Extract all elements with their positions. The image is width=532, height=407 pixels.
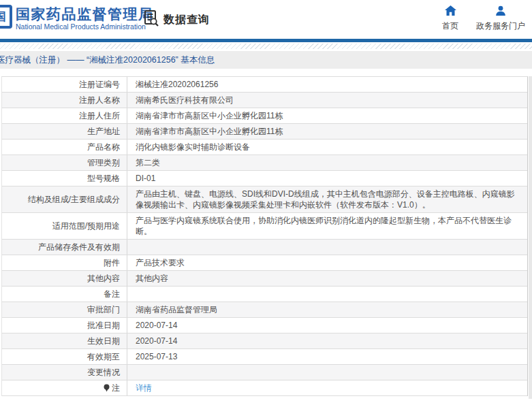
nmpa-logo-emblem: 国 bbox=[0, 5, 12, 29]
row-label-text: 生产地址 bbox=[87, 126, 120, 137]
row-value: 第二类 bbox=[127, 155, 527, 170]
row-value: DI-01 bbox=[127, 171, 527, 186]
row-label: 适用范围/预期用途 bbox=[2, 213, 127, 239]
row-value: 湖南希氏医疗科技有限公司 bbox=[127, 93, 527, 108]
header: 国 国家药品监督管理局 National Medical Products Ad… bbox=[0, 0, 532, 39]
row-label-text: 批准日期 bbox=[87, 320, 120, 331]
row-label: 注册人住所 bbox=[2, 108, 127, 123]
row-value: 其他内容 bbox=[127, 271, 527, 286]
table-row: 注册人名称湖南希氏医疗科技有限公司 bbox=[2, 93, 527, 108]
row-label: 注册证编号 bbox=[2, 77, 127, 92]
row-label: 注册人名称 bbox=[2, 93, 127, 108]
table-row: 有效期至2025-07-13 bbox=[2, 349, 527, 365]
row-label: 生效日期 bbox=[2, 333, 127, 348]
row-value: 产品与医学内窥镜系统联合使用，协助消化内镜医师识别消化道内的隆起型新生物，本产品… bbox=[127, 213, 527, 239]
row-value: 2020-07-14 bbox=[127, 318, 527, 333]
row-label: 结构及组成/主要组成成分 bbox=[2, 186, 127, 212]
table-row: 管理类别第二类 bbox=[2, 155, 527, 171]
right-edge-strip bbox=[529, 76, 532, 399]
row-label-text: 适用范围/预期用途 bbox=[52, 221, 120, 231]
row-label-text: 附件 bbox=[104, 257, 120, 268]
row-value bbox=[127, 287, 527, 302]
table-row: 审批部门湖南省药品监督管理局 bbox=[2, 302, 527, 318]
row-value: 湘械注准20202061256 bbox=[127, 77, 527, 92]
table-row: 结构及组成/主要组成成分产品由主机、键盘、电源线、SDI线和DVI-D线组成，其… bbox=[2, 186, 527, 213]
row-label: 注 bbox=[2, 380, 127, 395]
table-row: 生效日期2020-07-14 bbox=[2, 333, 527, 349]
row-label: 产品名称 bbox=[2, 140, 127, 154]
row-value bbox=[127, 365, 527, 380]
row-label: 变更情况 bbox=[2, 365, 127, 380]
row-label: 其他内容 bbox=[2, 271, 127, 286]
row-label: 审批部门 bbox=[2, 302, 127, 317]
table-row: 产品名称消化内镜影像实时辅助诊断设备 bbox=[2, 140, 527, 155]
nav-portal[interactable]: 政务服务门户 bbox=[473, 5, 528, 32]
org-name-english: National Medical Products Administration bbox=[16, 22, 146, 31]
detail-link[interactable]: 详情 bbox=[136, 382, 152, 393]
row-label-text: 有效期至 bbox=[87, 351, 120, 362]
note-icon bbox=[104, 384, 110, 392]
stripe-band bbox=[0, 44, 532, 49]
user-icon bbox=[473, 5, 528, 18]
row-label-text: 结构及组成/主要组成成分 bbox=[28, 194, 120, 205]
row-label-text: 变更情况 bbox=[87, 367, 120, 378]
table-row: 备注 bbox=[2, 287, 527, 302]
table-row: 生产地址湖南省津市市高新区中小企业孵化园11栋 bbox=[2, 124, 527, 140]
data-query-section[interactable]: 数据查询 bbox=[143, 10, 210, 30]
row-label-text: 注册人住所 bbox=[79, 110, 120, 121]
row-label: 产品储存条件及有效期 bbox=[2, 240, 127, 255]
data-query-label: 数据查询 bbox=[163, 13, 210, 27]
row-label-text: 型号规格 bbox=[87, 173, 120, 184]
row-label-text: 生效日期 bbox=[87, 336, 120, 346]
data-query-icon bbox=[143, 10, 159, 30]
row-value: 2025-07-13 bbox=[127, 349, 527, 364]
table-row: 适用范围/预期用途产品与医学内窥镜系统联合使用，协助消化内镜医师识别消化道内的隆… bbox=[2, 213, 527, 240]
breadcrumb: 医疗器械（注册） —— “湘械注准20202061256” 基本信息 bbox=[0, 54, 215, 66]
row-label-text: 审批部门 bbox=[87, 304, 120, 315]
row-value: 产品技术要求 bbox=[127, 255, 527, 270]
row-label-text: 管理类别 bbox=[87, 157, 120, 168]
nav-home[interactable]: 首页 bbox=[434, 5, 467, 32]
table-row: 附件产品技术要求 bbox=[2, 255, 527, 271]
header-divider-bar bbox=[0, 39, 532, 42]
table-row: 注详情 bbox=[2, 380, 527, 396]
row-label: 型号规格 bbox=[2, 171, 127, 186]
row-value: 湖南省津市市高新区中小企业孵化园11栋 bbox=[127, 124, 527, 139]
row-label-text: 注册人名称 bbox=[79, 95, 120, 105]
table-row: 变更情况 bbox=[2, 365, 527, 380]
nav-portal-label: 政务服务门户 bbox=[473, 20, 528, 32]
emblem-char: 国 bbox=[0, 9, 6, 25]
row-label: 备注 bbox=[2, 287, 127, 302]
row-value: 产品由主机、键盘、电源线、SDI线和DVI-D线组成，其中主机包含电源部分、设备… bbox=[127, 186, 527, 212]
page: 国 国家药品监督管理局 National Medical Products Ad… bbox=[0, 0, 532, 407]
row-label: 有效期至 bbox=[2, 349, 127, 364]
table-row: 产品储存条件及有效期 bbox=[2, 240, 527, 255]
row-value: 2020-07-14 bbox=[127, 333, 527, 348]
row-label-text: 产品储存条件及有效期 bbox=[38, 242, 120, 253]
row-label-text: 注册证编号 bbox=[79, 79, 120, 90]
row-label: 附件 bbox=[2, 255, 127, 270]
table-row: 注册人住所湖南省津市市高新区中小企业孵化园11栋 bbox=[2, 108, 527, 124]
row-value: 湖南省津市市高新区中小企业孵化园11栋 bbox=[127, 108, 527, 123]
org-name: 国家药品监督管理局 bbox=[16, 5, 154, 24]
row-value bbox=[127, 240, 527, 255]
row-value: 湖南省药品监督管理局 bbox=[127, 302, 527, 317]
row-value: 详情 bbox=[127, 380, 527, 395]
info-table: 注册证编号湘械注准20202061256注册人名称湖南希氏医疗科技有限公司注册人… bbox=[1, 76, 528, 396]
row-label: 生产地址 bbox=[2, 124, 127, 139]
row-label-text: 其他内容 bbox=[87, 273, 120, 284]
table-row: 其他内容其他内容 bbox=[2, 271, 527, 287]
nav-home-label: 首页 bbox=[434, 20, 467, 32]
row-label: 批准日期 bbox=[2, 318, 127, 333]
row-label-text: 注 bbox=[112, 382, 120, 393]
table-row: 批准日期2020-07-14 bbox=[2, 318, 527, 333]
row-value: 消化内镜影像实时辅助诊断设备 bbox=[127, 140, 527, 154]
row-label: 管理类别 bbox=[2, 155, 127, 170]
table-row: 注册证编号湘械注准20202061256 bbox=[2, 77, 527, 93]
row-label-text: 产品名称 bbox=[87, 142, 120, 152]
home-icon bbox=[434, 5, 467, 18]
breadcrumb-bar: 医疗器械（注册） —— “湘械注准20202061256” 基本信息 bbox=[0, 51, 532, 69]
table-row: 型号规格DI-01 bbox=[2, 171, 527, 186]
row-label-text: 备注 bbox=[104, 289, 120, 299]
